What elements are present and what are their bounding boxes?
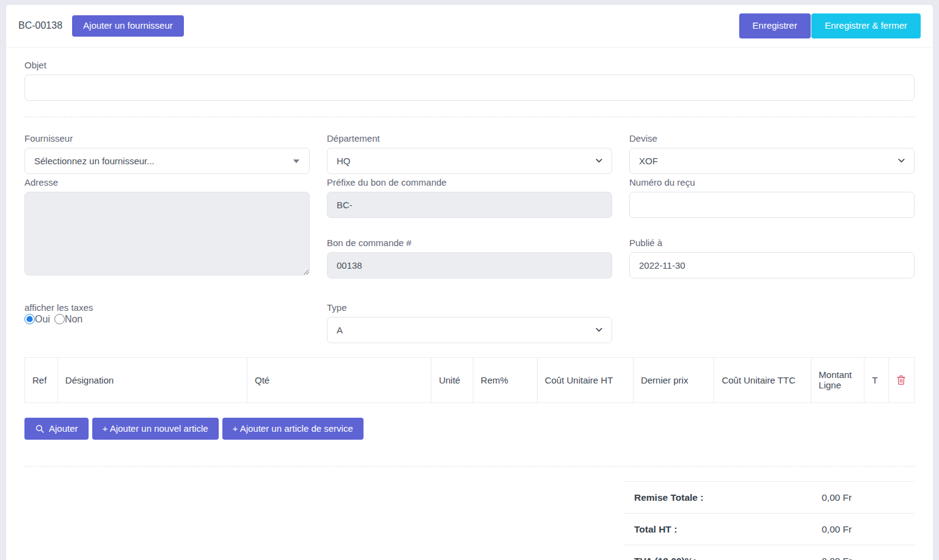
form-column-1: Fournisseur Sélectionnez un fournisseur.…: [24, 133, 310, 282]
type-group: Type A: [327, 302, 612, 343]
col-montant-ligne: Montant Ligne: [811, 357, 864, 402]
table-header-row: Ref Désignation Qté Unité Rem% Coût Unit…: [25, 357, 915, 402]
devise-label: Devise: [629, 133, 915, 144]
numero-bc-label: Bon de commande #: [327, 238, 612, 248]
publie-a-group: Publié à: [629, 238, 915, 278]
devise-select[interactable]: XOF: [629, 148, 915, 174]
fournisseur-label: Fournisseur: [24, 133, 310, 144]
line-items-table: Ref Désignation Qté Unité Rem% Coût Unit…: [24, 357, 915, 403]
taxes-radio-oui[interactable]: [24, 314, 35, 324]
add-new-item-button[interactable]: + Ajouter un nouvel article: [92, 418, 219, 440]
numero-bc-input: [327, 252, 612, 278]
prefixe-label: Préfixe du bon de commande: [327, 177, 612, 187]
col-qte: Qté: [247, 357, 431, 402]
purchase-order-card: BC-00138 Ajouter un fournisseur Enregist…: [6, 5, 933, 560]
taxes-radio-non-label[interactable]: Non: [65, 314, 82, 325]
col-dernier-prix: Dernier prix: [633, 357, 714, 402]
numero-bc-group: Bon de commande #: [327, 238, 612, 278]
taxes-radio-oui-label[interactable]: Oui: [35, 314, 50, 325]
totals-table: Remise Totale : 0,00 Fr Total HT : 0,00 …: [623, 481, 915, 560]
type-label: Type: [327, 302, 612, 313]
card-header: BC-00138 Ajouter un fournisseur Enregist…: [6, 5, 933, 48]
total-row-ht: Total HT : 0,00 Fr: [623, 514, 915, 545]
total-ht-label: Total HT :: [623, 514, 822, 545]
caret-down-icon: [293, 159, 299, 163]
numero-recu-label: Numéro du reçu: [629, 177, 915, 187]
table-actions: Ajouter + Ajouter un nouvel article + Aj…: [24, 418, 915, 440]
add-supplier-button[interactable]: Ajouter un fournisseur: [72, 15, 184, 37]
divider: [24, 466, 915, 467]
divider: [24, 117, 915, 117]
fournisseur-group: Fournisseur Sélectionnez un fournisseur.…: [24, 133, 310, 174]
total-row-remise: Remise Totale : 0,00 Fr: [623, 482, 915, 514]
prefixe-input: [327, 192, 612, 218]
numero-recu-group: Numéro du reçu: [629, 177, 915, 218]
adresse-label: Adresse: [24, 177, 310, 187]
prefixe-group: Préfixe du bon de commande: [327, 177, 612, 218]
header-actions: Enregistrer Enregistrer & fermer: [739, 13, 921, 38]
col-ref: Ref: [25, 357, 58, 402]
departement-group: Département HQ: [327, 133, 612, 174]
total-row-tva: TVA (18,00)%: 0,00 Fr: [623, 545, 915, 560]
objet-group: Objet: [24, 60, 915, 101]
col-designation: Désignation: [57, 357, 247, 402]
fournisseur-placeholder: Sélectionnez un fournisseur...: [34, 156, 155, 166]
adresse-textarea[interactable]: [24, 192, 310, 275]
col-delete: [888, 357, 914, 402]
form-column-3: Devise XOF Numéro du reçu: [629, 133, 915, 282]
col-cout-ttc: Coût Unitaire TTC: [714, 357, 811, 402]
total-ht-value: 0,00 Fr: [822, 514, 915, 545]
col-rem: Rem%: [473, 357, 537, 402]
publie-a-input[interactable]: [629, 252, 915, 278]
type-select[interactable]: A: [327, 317, 612, 343]
departement-select[interactable]: HQ: [327, 148, 612, 174]
form-column-2: Département HQ Préfixe du bon de command…: [327, 133, 612, 282]
taxes-group: afficher les taxes Oui Non: [24, 302, 310, 343]
devise-group: Devise XOF: [629, 133, 915, 174]
departement-label: Département: [327, 133, 612, 144]
tva-label: TVA (18,00)%:: [623, 545, 822, 560]
fournisseur-select[interactable]: Sélectionnez un fournisseur...: [24, 148, 310, 174]
search-add-label: Ajouter: [49, 424, 78, 434]
tva-value: 0,00 Fr: [822, 545, 915, 560]
taxes-radio-non[interactable]: [54, 314, 65, 324]
trash-icon: [896, 374, 906, 385]
col-t: T: [864, 357, 888, 402]
objet-input[interactable]: [24, 75, 915, 101]
taxes-radio-group: Oui Non: [24, 314, 310, 325]
adresse-group: Adresse: [24, 177, 310, 278]
objet-label: Objet: [24, 60, 915, 70]
search-icon: [35, 424, 45, 434]
col-unite: Unité: [431, 357, 473, 402]
publie-a-label: Publié à: [629, 238, 915, 248]
add-service-item-button[interactable]: + Ajouter un article de service: [222, 418, 364, 440]
save-and-close-button[interactable]: Enregistrer & fermer: [811, 13, 921, 38]
remise-totale-label: Remise Totale :: [623, 482, 822, 514]
document-number: BC-00138: [18, 20, 62, 31]
col-cout-ht: Coût Unitaire HT: [537, 357, 633, 402]
search-add-button[interactable]: Ajouter: [24, 418, 89, 440]
remise-totale-value: 0,00 Fr: [822, 482, 915, 514]
taxes-label: afficher les taxes: [24, 302, 310, 313]
header-left: BC-00138 Ajouter un fournisseur: [18, 15, 184, 37]
save-button[interactable]: Enregistrer: [739, 13, 811, 38]
numero-recu-input[interactable]: [629, 192, 915, 218]
